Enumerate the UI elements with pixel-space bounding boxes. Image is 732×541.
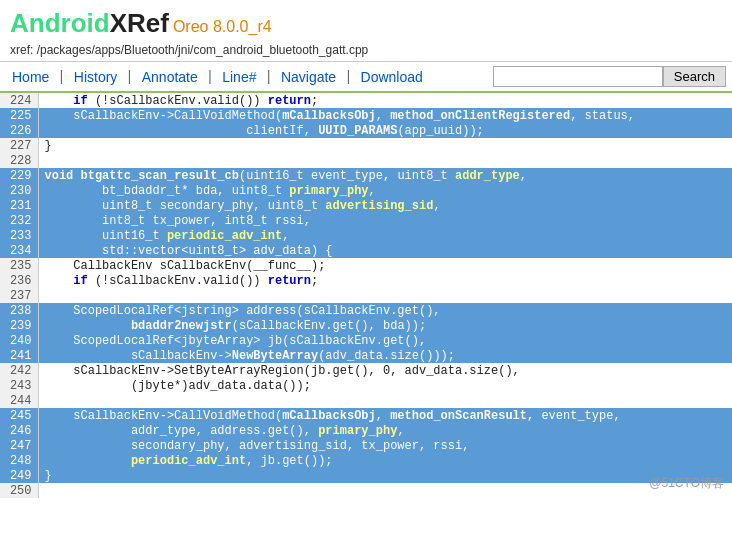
table-row: 231 uint8_t secondary_phy, uint8_t adver… bbox=[0, 198, 732, 213]
line-code: int8_t tx_power, int8_t rssi, bbox=[38, 213, 732, 228]
table-row: 227 } bbox=[0, 138, 732, 153]
line-code: CallbackEnv sCallbackEnv(__func__); bbox=[38, 258, 732, 273]
nav-line[interactable]: Line# bbox=[216, 67, 262, 87]
code-area: 224 if (!sCallbackEnv.valid()) return; 2… bbox=[0, 93, 732, 498]
line-num: 232 bbox=[0, 213, 38, 228]
line-num: 242 bbox=[0, 363, 38, 378]
nav-sep-3: | bbox=[204, 69, 216, 85]
line-code bbox=[38, 393, 732, 408]
line-code: } bbox=[38, 138, 732, 153]
nav-home[interactable]: Home bbox=[6, 67, 55, 87]
logo-xref: XRef bbox=[110, 8, 169, 39]
line-num: 224 bbox=[0, 93, 38, 108]
line-code bbox=[38, 153, 732, 168]
line-num: 247 bbox=[0, 438, 38, 453]
breadcrumb: xref: /packages/apps/Bluetooth/jni/com_a… bbox=[10, 43, 722, 57]
nav-annotate[interactable]: Annotate bbox=[136, 67, 204, 87]
header: Android XRef Oreo 8.0.0_r4 xref: /packag… bbox=[0, 0, 732, 62]
table-row: 234 std::vector<uint8_t> adv_data) { bbox=[0, 243, 732, 258]
line-code: uint8_t secondary_phy, uint8_t advertisi… bbox=[38, 198, 732, 213]
line-code: void btgattc_scan_result_cb(uint16_t eve… bbox=[38, 168, 732, 183]
line-code: addr_type, address.get(), primary_phy, bbox=[38, 423, 732, 438]
line-num: 246 bbox=[0, 423, 38, 438]
line-code: ScopedLocalRef<jbyteArray> jb(sCallbackE… bbox=[38, 333, 732, 348]
line-code bbox=[38, 483, 732, 498]
line-num: 243 bbox=[0, 378, 38, 393]
table-row: 237 bbox=[0, 288, 732, 303]
table-row: 243 (jbyte*)adv_data.data()); bbox=[0, 378, 732, 393]
line-num: 241 bbox=[0, 348, 38, 363]
table-row: 242 sCallbackEnv->SetByteArrayRegion(jb.… bbox=[0, 363, 732, 378]
table-row: 245 sCallbackEnv->CallVoidMethod(mCallba… bbox=[0, 408, 732, 423]
line-num: 230 bbox=[0, 183, 38, 198]
table-row: 244 bbox=[0, 393, 732, 408]
line-num: 238 bbox=[0, 303, 38, 318]
nav-sep-1: | bbox=[55, 69, 67, 85]
search-input[interactable] bbox=[493, 66, 663, 87]
table-row: 249 } bbox=[0, 468, 732, 483]
table-row: 239 bdaddr2newjstr(sCallbackEnv.get(), b… bbox=[0, 318, 732, 333]
table-row: 235 CallbackEnv sCallbackEnv(__func__); bbox=[0, 258, 732, 273]
logo: Android XRef Oreo 8.0.0_r4 bbox=[10, 8, 722, 39]
line-code: } bbox=[38, 468, 732, 483]
line-code: sCallbackEnv->CallVoidMethod(mCallbacksO… bbox=[38, 408, 732, 423]
table-row: 233 uint16_t periodic_adv_int, bbox=[0, 228, 732, 243]
line-num: 231 bbox=[0, 198, 38, 213]
line-code: bdaddr2newjstr(sCallbackEnv.get(), bda))… bbox=[38, 318, 732, 333]
line-num: 239 bbox=[0, 318, 38, 333]
table-row: 226 clientIf, UUID_PARAMS(app_uuid)); bbox=[0, 123, 732, 138]
line-code: ScopedLocalRef<jstring> address(sCallbac… bbox=[38, 303, 732, 318]
table-row: 250 bbox=[0, 483, 732, 498]
table-row: 236 if (!sCallbackEnv.valid()) return; bbox=[0, 273, 732, 288]
search-button[interactable]: Search bbox=[663, 66, 726, 87]
line-num: 237 bbox=[0, 288, 38, 303]
line-code: clientIf, UUID_PARAMS(app_uuid)); bbox=[38, 123, 732, 138]
line-code: (jbyte*)adv_data.data()); bbox=[38, 378, 732, 393]
nav-navigate[interactable]: Navigate bbox=[275, 67, 342, 87]
line-code: sCallbackEnv->CallVoidMethod(mCallbacksO… bbox=[38, 108, 732, 123]
line-code: periodic_adv_int, jb.get()); bbox=[38, 453, 732, 468]
line-num: 244 bbox=[0, 393, 38, 408]
table-row: 230 bt_bdaddr_t* bda, uint8_t primary_ph… bbox=[0, 183, 732, 198]
line-num: 245 bbox=[0, 408, 38, 423]
line-num: 250 bbox=[0, 483, 38, 498]
line-code: uint16_t periodic_adv_int, bbox=[38, 228, 732, 243]
line-num: 228 bbox=[0, 153, 38, 168]
table-row: 247 secondary_phy, advertising_sid, tx_p… bbox=[0, 438, 732, 453]
navbar: Home | History | Annotate | Line# | Navi… bbox=[0, 62, 732, 93]
table-row: 224 if (!sCallbackEnv.valid()) return; bbox=[0, 93, 732, 108]
line-num: 225 bbox=[0, 108, 38, 123]
logo-android: Android bbox=[10, 8, 110, 39]
line-num: 229 bbox=[0, 168, 38, 183]
nav-download[interactable]: Download bbox=[355, 67, 429, 87]
line-num: 236 bbox=[0, 273, 38, 288]
table-row: 248 periodic_adv_int, jb.get()); bbox=[0, 453, 732, 468]
line-code: std::vector<uint8_t> adv_data) { bbox=[38, 243, 732, 258]
line-code: if (!sCallbackEnv.valid()) return; bbox=[38, 273, 732, 288]
code-table: 224 if (!sCallbackEnv.valid()) return; 2… bbox=[0, 93, 732, 498]
watermark: @51CTO博客 bbox=[649, 475, 724, 492]
table-row: 241 sCallbackEnv->NewByteArray(adv_data.… bbox=[0, 348, 732, 363]
line-num: 248 bbox=[0, 453, 38, 468]
line-code bbox=[38, 288, 732, 303]
line-num: 233 bbox=[0, 228, 38, 243]
line-num: 235 bbox=[0, 258, 38, 273]
line-num: 249 bbox=[0, 468, 38, 483]
logo-version: Oreo 8.0.0_r4 bbox=[173, 18, 272, 36]
line-num: 240 bbox=[0, 333, 38, 348]
line-code: secondary_phy, advertising_sid, tx_power… bbox=[38, 438, 732, 453]
line-code: if (!sCallbackEnv.valid()) return; bbox=[38, 93, 732, 108]
nav-sep-4: | bbox=[262, 69, 274, 85]
table-row: 225 sCallbackEnv->CallVoidMethod(mCallba… bbox=[0, 108, 732, 123]
nav-sep-2: | bbox=[123, 69, 135, 85]
line-num: 234 bbox=[0, 243, 38, 258]
table-row: 232 int8_t tx_power, int8_t rssi, bbox=[0, 213, 732, 228]
table-row: 238 ScopedLocalRef<jstring> address(sCal… bbox=[0, 303, 732, 318]
table-row: 246 addr_type, address.get(), primary_ph… bbox=[0, 423, 732, 438]
table-row: 229 void btgattc_scan_result_cb(uint16_t… bbox=[0, 168, 732, 183]
nav-sep-5: | bbox=[342, 69, 354, 85]
nav-history[interactable]: History bbox=[68, 67, 124, 87]
line-num: 226 bbox=[0, 123, 38, 138]
line-code: bt_bdaddr_t* bda, uint8_t primary_phy, bbox=[38, 183, 732, 198]
line-code: sCallbackEnv->NewByteArray(adv_data.size… bbox=[38, 348, 732, 363]
